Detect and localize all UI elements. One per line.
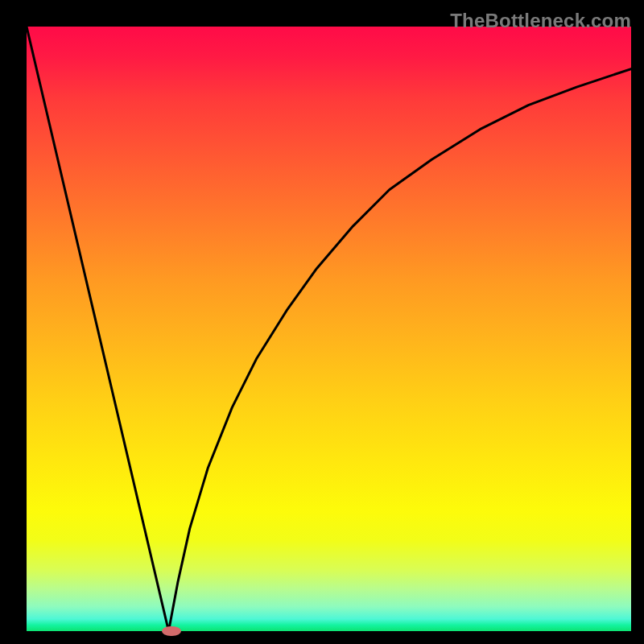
plot-area [27, 27, 631, 631]
watermark-text: TheBottleneck.com [450, 10, 631, 32]
chart-container: TheBottleneck.com [0, 0, 644, 644]
bottleneck-curve [27, 27, 631, 631]
optimum-marker [162, 626, 181, 636]
curve-path [27, 27, 631, 631]
